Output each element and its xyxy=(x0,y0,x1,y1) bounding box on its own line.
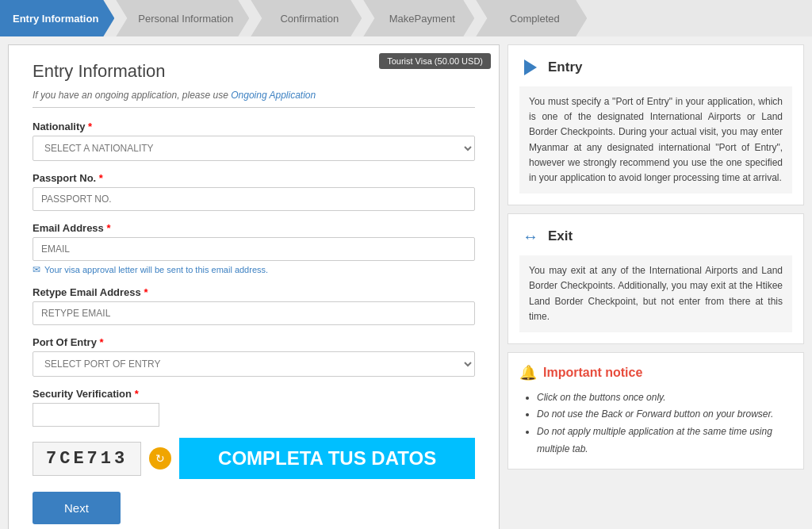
right-panel: Entry You must specify a "Port of Entry"… xyxy=(508,44,804,529)
list-item: Do not apply multiple application at the… xyxy=(537,424,792,458)
nationality-select[interactable]: SELECT A NATIONALITY xyxy=(33,136,475,161)
important-notice-card: 🔔 Important notice Click on the buttons … xyxy=(508,352,804,470)
entry-arrow-icon xyxy=(519,56,542,79)
list-item: Do not use the Back or Forward button on… xyxy=(537,406,792,424)
important-header: 🔔 Important notice xyxy=(519,364,792,381)
list-item: Click on the buttons once only. xyxy=(537,389,792,407)
nav-step-completed[interactable]: Completed xyxy=(476,0,587,36)
nationality-label: Nationality * xyxy=(33,121,475,132)
ongoing-text: If you have an ongoing application, plea… xyxy=(33,90,475,101)
port-entry-label: Port Of Entry * xyxy=(33,336,475,348)
nav-step-entry-information[interactable]: Entry Information xyxy=(0,0,114,36)
nav-step-make-payment[interactable]: MakePayment xyxy=(363,0,474,36)
passport-label: Passport No. * xyxy=(33,172,475,184)
wizard-nav: Entry Information Personal Information C… xyxy=(0,0,812,36)
retype-email-label: Retype Email Address * xyxy=(33,286,475,298)
captcha-image: 7CE713 xyxy=(33,442,141,476)
nav-step-personal-information[interactable]: Personal Information xyxy=(116,0,249,36)
entry-card-header: Entry xyxy=(519,56,792,79)
port-entry-field-group: Port Of Entry * SELECT PORT OF ENTRY xyxy=(33,336,475,377)
nav-step-confirmation[interactable]: Confirmation xyxy=(251,0,362,36)
security-input[interactable] xyxy=(33,403,159,427)
port-entry-select[interactable]: SELECT PORT OF ENTRY xyxy=(33,351,475,377)
passport-input[interactable] xyxy=(33,187,475,211)
ongoing-application-link[interactable]: Ongoing Application xyxy=(231,90,316,101)
email-input[interactable] xyxy=(33,237,475,261)
captcha-row: 7CE713 ↻ COMPLETA TUS DATOS xyxy=(33,438,475,479)
security-label: Security Verification * xyxy=(33,388,475,400)
exit-info-card: ↔ Exit You may exit at any of the Intern… xyxy=(508,213,804,344)
retype-email-field-group: Retype Email Address * xyxy=(33,286,475,325)
visa-badge: Tourist Visa (50.00 USD) xyxy=(379,53,491,69)
retype-email-input[interactable] xyxy=(33,301,475,325)
divider xyxy=(33,107,475,108)
email-label: Email Address * xyxy=(33,222,475,234)
entry-card-title: Entry xyxy=(548,59,582,75)
email-field-group: Email Address * ✉ Your visa approval let… xyxy=(33,222,475,275)
email-icon: ✉ xyxy=(33,264,40,275)
exit-arrow-icon: ↔ xyxy=(519,225,542,247)
passport-field-group: Passport No. * xyxy=(33,172,475,211)
promo-banner: COMPLETA TUS DATOS xyxy=(179,438,475,479)
entry-card-body: You must specify a "Port of Entry" in yo… xyxy=(519,86,792,194)
important-list: Click on the buttons once only. Do not u… xyxy=(523,389,792,458)
bell-icon: 🔔 xyxy=(519,364,537,381)
important-title: Important notice xyxy=(543,366,642,380)
important-body: Click on the buttons once only. Do not u… xyxy=(519,389,792,458)
form-panel: Tourist Visa (50.00 USD) Entry Informati… xyxy=(8,44,500,529)
nationality-field-group: Nationality * SELECT A NATIONALITY xyxy=(33,121,475,161)
exit-card-body: You may exit at any of the International… xyxy=(519,255,792,332)
entry-info-card: Entry You must specify a "Port of Entry"… xyxy=(508,44,804,205)
email-notice: ✉ Your visa approval letter will be sent… xyxy=(33,264,475,275)
exit-card-header: ↔ Exit xyxy=(519,225,792,247)
security-field-group: Security Verification * xyxy=(33,388,475,427)
captcha-refresh-button[interactable]: ↻ xyxy=(149,447,171,470)
exit-card-title: Exit xyxy=(548,228,573,244)
next-button[interactable]: Next xyxy=(33,492,121,524)
main-container: Tourist Visa (50.00 USD) Entry Informati… xyxy=(0,36,812,529)
